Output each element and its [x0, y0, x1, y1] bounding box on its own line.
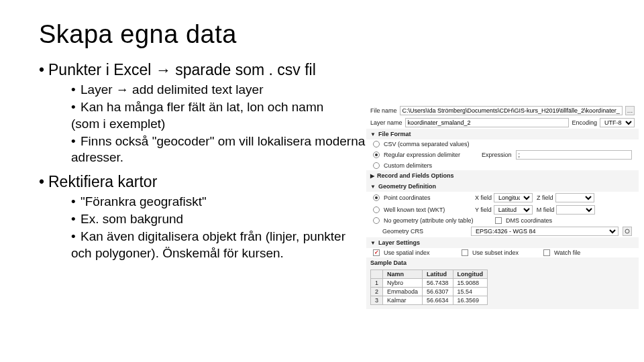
section-geometry[interactable]: ▼ Geometry Definition: [366, 181, 639, 192]
file-name-row: File name …: [366, 105, 639, 117]
collapse-icon: ▼: [370, 240, 376, 246]
crs-select[interactable]: EPSG:4326 - WGS 84: [471, 227, 619, 236]
th-namn: Namn: [383, 270, 423, 279]
section-record-fields-label: Record and Fields Options: [377, 172, 454, 179]
layer-settings-row: Use spatial index Use subset index Watch…: [366, 248, 639, 257]
xfield-select[interactable]: Longitud: [494, 193, 533, 202]
check-watch-file-label: Watch file: [554, 249, 580, 256]
section-layer-settings[interactable]: ▼ Layer Settings: [366, 237, 639, 248]
yfield-select[interactable]: Latitud: [494, 205, 533, 215]
table-header-row: Namn Latitud Longitud: [371, 270, 488, 279]
layer-name-label: Layer name: [370, 119, 402, 126]
table-row: 2Emmaboda56.630715.54: [371, 288, 488, 296]
bullet-2-text: Rektifiera kartor: [48, 173, 157, 190]
expand-icon: ▶: [370, 173, 374, 179]
expression-input[interactable]: [516, 150, 632, 160]
check-spatial-index[interactable]: [373, 249, 380, 256]
bullet-1b: •Kan ha många fler fält än lat, lon och …: [71, 99, 339, 132]
radio-none[interactable]: [373, 217, 380, 224]
yfield-label: Y field: [475, 206, 492, 213]
zfield-label: Z field: [537, 194, 553, 201]
browse-button[interactable]: …: [625, 106, 635, 115]
radio-wkt-label: Well known text (WKT): [384, 206, 471, 213]
gd-point-row: Point coordinates X fieldLongitud Z fiel…: [366, 192, 639, 204]
slide-title: Skapa egna data: [39, 20, 610, 49]
ff-csv-row: CSV (comma separated values): [366, 139, 639, 149]
radio-custom[interactable]: [373, 162, 380, 169]
ff-regex-row: Regular expression delimiter Expression: [366, 149, 639, 161]
encoding-select[interactable]: UTF-8: [600, 118, 635, 127]
layer-name-row: Layer name Encoding UTF-8: [366, 117, 639, 129]
collapse-icon: ▼: [370, 131, 376, 137]
mfield-label: M field: [537, 206, 555, 213]
ff-custom-row: Custom delimiters: [366, 161, 639, 170]
crs-browse-button[interactable]: [623, 227, 632, 236]
bullet-1a: •Layer → add delimited text layer: [71, 82, 610, 98]
section-sample-data: Sample Data: [366, 257, 639, 268]
crs-row: Geometry CRS EPSG:4326 - WGS 84: [366, 225, 639, 237]
check-watch-file[interactable]: [543, 249, 550, 256]
radio-regex-label: Regular expression delimiter: [384, 152, 478, 158]
svg-point-0: [625, 229, 629, 233]
bullet-1c-text: Finns också "geocoder" om vill lokaliser…: [71, 134, 365, 164]
radio-wkt[interactable]: [373, 206, 380, 213]
radio-custom-label: Custom delimiters: [384, 162, 432, 169]
bullet-1-text: Punkter i Excel → sparade som . csv fil: [48, 61, 316, 78]
section-file-format-label: File Format: [378, 131, 411, 137]
mfield-select[interactable]: [556, 205, 595, 215]
radio-point[interactable]: [373, 194, 380, 201]
encoding-label: Encoding: [572, 119, 597, 126]
section-layer-settings-label: Layer Settings: [378, 239, 420, 246]
xfield-label: X field: [475, 194, 492, 201]
radio-none-label: No geometry (attribute only table): [384, 217, 491, 224]
sample-data-table: Namn Latitud Longitud 1Nybro56.743815.90…: [370, 269, 488, 305]
bullet-2c: •Kan även digitalisera objekt från (linj…: [71, 229, 353, 261]
section-record-fields[interactable]: ▶ Record and Fields Options: [366, 170, 639, 181]
gd-wkt-row: Well known text (WKT) Y fieldLatitud M f…: [366, 204, 639, 216]
bullet-2a-text: "Förankra geografiskt": [80, 194, 207, 208]
radio-regex[interactable]: [373, 152, 380, 158]
crs-label: Geometry CRS: [373, 228, 467, 235]
check-subset-index-label: Use subset index: [472, 249, 539, 256]
section-file-format[interactable]: ▼ File Format: [366, 129, 639, 139]
th-lon: Longitud: [453, 270, 487, 279]
dialog-delimited-text: File name … Layer name Encoding UTF-8 ▼ …: [366, 105, 639, 309]
expression-label: Expression: [482, 152, 512, 158]
check-dms[interactable]: [495, 217, 502, 224]
file-name-label: File name: [370, 107, 397, 114]
zfield-select[interactable]: [555, 193, 594, 202]
section-geometry-label: Geometry Definition: [378, 183, 436, 190]
radio-point-label: Point coordinates: [384, 194, 471, 201]
collapse-icon: ▼: [370, 184, 376, 190]
bullet-1b-text: Kan ha många fler fält än lat, lon och n…: [71, 100, 323, 130]
bullet-2c-text: Kan även digitalisera objekt från (linje…: [71, 229, 345, 259]
bullet-2b-text: Ex. som bakgrund: [80, 212, 183, 226]
bullet-1: •Punkter i Excel → sparade som . csv fil: [39, 61, 610, 79]
check-dms-label: DMS coordinates: [506, 217, 552, 224]
table-row: 3Kalmar56.663416.3569: [371, 296, 488, 305]
gd-none-row: No geometry (attribute only table) DMS c…: [366, 216, 639, 225]
radio-csv[interactable]: [373, 141, 380, 147]
check-spatial-index-label: Use spatial index: [384, 249, 458, 256]
radio-csv-label: CSV (comma separated values): [384, 141, 470, 147]
table-row: 1Nybro56.743815.9088: [371, 279, 488, 288]
file-name-input[interactable]: [400, 106, 623, 115]
bullet-1c: •Finns också "geocoder" om vill lokalise…: [71, 133, 380, 166]
th-lat: Latitud: [423, 270, 453, 279]
check-subset-index[interactable]: [462, 249, 468, 256]
layer-name-input[interactable]: [405, 118, 570, 127]
section-sample-data-label: Sample Data: [370, 259, 407, 266]
bullet-1a-text: Layer → add delimited text layer: [80, 82, 263, 97]
